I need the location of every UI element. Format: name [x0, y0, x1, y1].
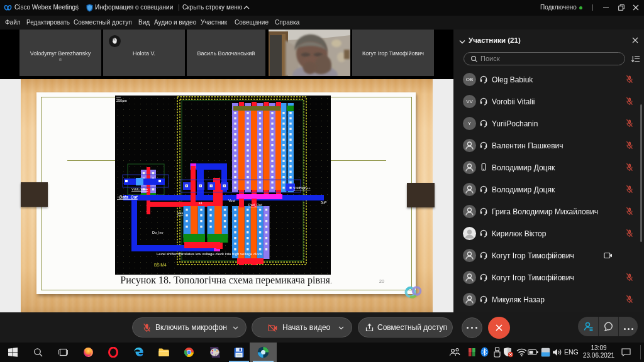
svg-text:250µm: 250µm [116, 99, 127, 102]
svg-text:Do_Inv: Do_Inv [152, 231, 164, 234]
svg-text:5pF: 5pF [321, 200, 327, 204]
svg-text:VddHigh++: VddHigh++ [293, 186, 311, 190]
svg-text:s1: s1 [199, 201, 203, 205]
svg-text:Vss: Vss [177, 211, 183, 215]
svg-text:Level shifter translates low v: Level shifter translates low voltage clo… [157, 252, 263, 256]
svg-text:~Data_Out: ~Data_Out [117, 195, 138, 199]
svg-text:VddLow++: VddLow++ [131, 187, 148, 191]
svg-text:Pad_Out: Pad_Out [248, 203, 262, 207]
svg-text:BSIM4: BSIM4 [154, 263, 167, 267]
svg-text:Vout: Vout [228, 199, 235, 202]
